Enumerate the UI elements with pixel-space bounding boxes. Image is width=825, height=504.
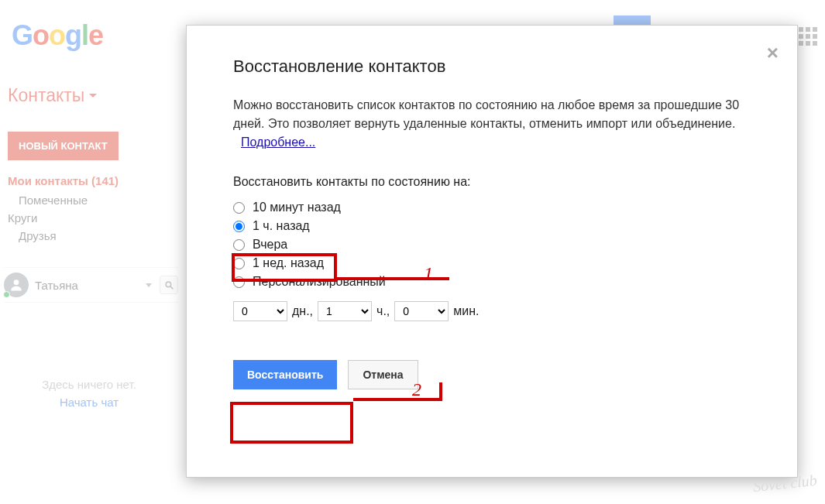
annotation-line-2v xyxy=(439,382,442,401)
hours-label: ч., xyxy=(376,304,390,318)
radio-group: 10 минут назад 1 ч. назад Вчера 1 нед. н… xyxy=(233,201,751,289)
days-label: дн., xyxy=(292,304,313,318)
dialog-title: Восстановление контактов xyxy=(233,57,751,77)
restore-contacts-dialog: × Восстановление контактов Можно восстан… xyxy=(186,25,798,478)
radio-10min[interactable]: 10 минут назад xyxy=(233,201,751,214)
annotation-number-2: 2 xyxy=(412,379,421,400)
radio-custom[interactable]: Персонализированный xyxy=(233,275,751,289)
restore-to-label: Восстановить контакты по состоянию на: xyxy=(233,175,751,189)
dialog-desc-text: Можно восстановить список контактов по с… xyxy=(233,98,739,130)
radio-yesterday[interactable]: Вчера xyxy=(233,238,751,252)
mins-label: мин. xyxy=(453,304,479,318)
radio-1week[interactable]: 1 нед. назад xyxy=(233,256,751,270)
radio-yesterday-label: Вчера xyxy=(253,238,287,252)
dialog-description: Можно восстановить список контактов по с… xyxy=(233,96,751,152)
radio-1hour-input[interactable] xyxy=(233,221,245,232)
days-select[interactable]: 0 xyxy=(233,301,287,321)
hours-select[interactable]: 1 xyxy=(318,301,372,321)
learn-more-link[interactable]: Подробнее... xyxy=(241,135,315,149)
radio-1hour[interactable]: 1 ч. назад xyxy=(233,219,751,233)
radio-yesterday-input[interactable] xyxy=(233,239,245,251)
radio-10min-label: 10 минут назад xyxy=(253,201,341,214)
radio-10min-input[interactable] xyxy=(233,202,245,214)
radio-1week-input[interactable] xyxy=(233,258,245,269)
radio-custom-input[interactable] xyxy=(233,276,245,288)
close-icon[interactable]: × xyxy=(767,41,779,65)
annotation-line-2h xyxy=(353,398,442,401)
radio-1hour-label: 1 ч. назад xyxy=(253,219,310,233)
custom-time-row: 0 дн., 1 ч., 0 мин. xyxy=(233,301,751,321)
cancel-button[interactable]: Отмена xyxy=(348,360,418,389)
annotation-number-1: 1 xyxy=(424,263,433,284)
restore-button[interactable]: Восстановить xyxy=(233,360,337,389)
dialog-actions: Восстановить Отмена xyxy=(233,360,751,389)
radio-1week-label: 1 нед. назад xyxy=(253,256,324,270)
mins-select[interactable]: 0 xyxy=(394,301,449,321)
